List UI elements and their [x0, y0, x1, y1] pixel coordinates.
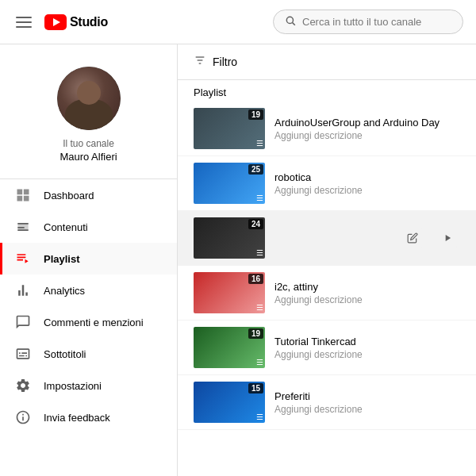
channel-name: Mauro Alfieri	[60, 151, 117, 163]
search-icon	[285, 15, 296, 29]
analytics-icon	[15, 282, 31, 298]
sottotitoli-label: Sottotitoli	[44, 348, 86, 360]
dashboard-label: Dashboard	[44, 190, 94, 202]
playlist-thumbnail: 25 ☰	[194, 163, 265, 204]
search-bar[interactable]	[273, 10, 463, 34]
filter-label: Filtro	[213, 56, 237, 68]
hamburger-menu[interactable]	[13, 13, 35, 31]
playlist-info: Preferiti Aggiungi descrizione	[274, 390, 460, 415]
sidebar-item-playlist[interactable]: Playlist	[0, 243, 177, 274]
subtitles-icon	[15, 346, 31, 362]
playlist-title: ArduinoUserGroup and Arduino Day	[274, 117, 460, 129]
logo[interactable]: Studio	[44, 14, 108, 30]
playlist-thumbnail: 24 ☰	[194, 217, 265, 259]
list-item[interactable]: 15 ☰ Preferiti Aggiungi descrizione	[178, 375, 476, 430]
contenuti-label: Contenuti	[44, 221, 88, 233]
playlist-info: robotica Aggiungi descrizione	[274, 171, 460, 196]
playlist-description: Aggiungi descrizione	[274, 130, 460, 141]
playlist-title: Tutorial Tinkercad	[274, 336, 460, 347]
filter-icon	[194, 54, 206, 70]
content-area: Filtro Playlist 19 ☰ ArduinoUserGroup an…	[178, 44, 476, 476]
search-input[interactable]	[302, 16, 451, 28]
dashboard-icon	[15, 187, 31, 203]
playlist-info: Tutorial Tinkercad Aggiungi descrizione	[274, 336, 460, 360]
playlist-actions	[400, 225, 460, 251]
playlist-icon	[15, 251, 31, 267]
thumb-count: 19	[248, 109, 263, 120]
playlist-description: Aggiungi descrizione	[274, 404, 460, 415]
header: Studio	[0, 0, 476, 44]
thumb-count: 15	[248, 383, 263, 393]
avatar	[57, 67, 121, 130]
list-icon: ☰	[256, 139, 263, 148]
list-item[interactable]: 16 ☰ i2c, attiny Aggiungi descrizione	[178, 266, 476, 321]
logo-text: Studio	[70, 15, 108, 29]
playlist-label: Playlist	[44, 253, 80, 265]
list-item[interactable]: 19 ☰ Tutorial Tinkercad Aggiungi descriz…	[178, 321, 476, 375]
thumb-count: 16	[248, 274, 263, 284]
playlist-info: i2c, attiny Aggiungi descrizione	[274, 281, 460, 305]
main-layout: Il tuo canale Mauro Alfieri Dashboard Co…	[0, 44, 476, 476]
playlist-thumbnail: 15 ☰	[194, 382, 265, 423]
thumb-count: 24	[248, 219, 263, 229]
list-icon: ☰	[256, 194, 263, 202]
header-left: Studio	[13, 13, 273, 31]
playlist-info: ArduinoUserGroup and Arduino Day Aggiung…	[274, 117, 460, 141]
sidebar-item-commenti[interactable]: Commenti e menzioni	[0, 306, 177, 338]
sidebar: Il tuo canale Mauro Alfieri Dashboard Co…	[0, 44, 178, 476]
sidebar-item-analytics[interactable]: Analytics	[0, 274, 177, 306]
playlist-description: Aggiungi descrizione	[274, 294, 460, 305]
impostazioni-label: Impostazioni	[44, 380, 102, 392]
playlist-description: Aggiungi descrizione	[274, 185, 460, 196]
playlist-title: Preferiti	[274, 390, 460, 402]
playlist-title: i2c, attiny	[274, 281, 460, 293]
video-icon	[15, 219, 31, 235]
playlist-list: 19 ☰ ArduinoUserGroup and Arduino Day Ag…	[178, 102, 476, 430]
list-item[interactable]: 24 ☰	[178, 211, 476, 266]
list-item[interactable]: 25 ☰ robotica Aggiungi descrizione	[178, 156, 476, 211]
profile-section: Il tuo canale Mauro Alfieri	[0, 51, 177, 179]
list-icon: ☰	[256, 358, 263, 367]
section-heading: Playlist	[178, 80, 476, 102]
commenti-label: Commenti e menzioni	[44, 317, 144, 328]
playlist-thumbnail: 19 ☰	[194, 108, 265, 149]
thumb-count: 25	[248, 164, 263, 175]
playlist-thumbnail: 16 ☰	[194, 272, 265, 313]
filter-bar: Filtro	[178, 44, 476, 80]
sidebar-item-contenuti[interactable]: Contenuti	[0, 211, 177, 243]
youtube-icon	[44, 14, 67, 30]
sidebar-item-dashboard[interactable]: Dashboard	[0, 179, 177, 211]
thumb-count: 19	[248, 328, 263, 339]
playlist-thumbnail: 19 ☰	[194, 327, 265, 368]
list-icon: ☰	[256, 303, 263, 312]
channel-label: Il tuo canale	[63, 138, 114, 149]
feedback-label: Invia feedback	[44, 412, 110, 424]
sidebar-item-sottotitoli[interactable]: Sottotitoli	[0, 338, 177, 370]
play-button[interactable]	[435, 225, 460, 251]
avatar-image	[57, 67, 121, 130]
list-icon: ☰	[256, 248, 263, 257]
edit-button[interactable]	[400, 225, 425, 251]
playlist-title: robotica	[274, 171, 460, 183]
analytics-label: Analytics	[44, 285, 85, 297]
svg-point-0	[286, 17, 293, 23]
sidebar-item-impostazioni[interactable]: Impostazioni	[0, 370, 177, 401]
svg-line-1	[293, 23, 295, 25]
list-icon: ☰	[256, 413, 263, 421]
comment-icon	[15, 314, 31, 330]
playlist-description: Aggiungi descrizione	[274, 349, 460, 360]
feedback-icon	[15, 409, 31, 425]
sidebar-item-feedback[interactable]: Invia feedback	[0, 401, 177, 433]
list-item[interactable]: 19 ☰ ArduinoUserGroup and Arduino Day Ag…	[178, 102, 476, 156]
settings-icon	[15, 378, 31, 393]
